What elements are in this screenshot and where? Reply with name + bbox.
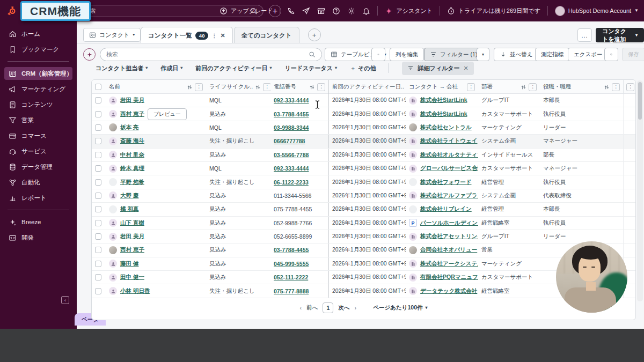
row-checkbox[interactable]	[95, 233, 101, 240]
view-settings-button[interactable]	[371, 48, 385, 61]
row-checkbox[interactable]	[95, 220, 101, 226]
filter-create-date[interactable]: 作成日▾	[160, 64, 182, 72]
contact-name-link[interactable]: 鈴木 真理	[120, 165, 144, 172]
advanced-filter-chip[interactable]: 詳細フィルター ✕	[402, 62, 473, 75]
phone-link[interactable]: 092-333-4444	[274, 97, 309, 104]
sidebar-item-marketing[interactable]: マーケティング	[4, 83, 72, 95]
phone-link[interactable]: 045-999-5555	[274, 261, 309, 267]
contact-name-link[interactable]: 山下 直樹	[120, 219, 144, 227]
sort-icon[interactable]	[187, 84, 193, 90]
sidebar-item-sales[interactable]: 営業	[4, 114, 72, 127]
sidebar-item-crm[interactable]: CRM（顧客管理）	[4, 67, 72, 80]
row-checkbox[interactable]	[95, 193, 101, 199]
column-header[interactable]: ライフサイクル..⋮	[206, 80, 270, 94]
tab-contact-list[interactable]: コンタクト一覧 40 ⋮ ✕	[141, 27, 233, 43]
filter-button[interactable]: フィルター (1)	[424, 48, 483, 61]
notifications-bell-icon[interactable]	[362, 7, 370, 15]
next-page-button[interactable]: 次へ	[338, 304, 349, 312]
contact-name-link[interactable]: 斎藤 海斗	[120, 137, 144, 145]
chip-close-icon[interactable]: ✕	[464, 65, 469, 72]
company-link[interactable]: 株式会社フォワード	[420, 179, 471, 186]
tab-options-icon[interactable]: ⋮	[211, 33, 217, 39]
sort-icon[interactable]	[604, 84, 610, 90]
upgrade-button[interactable]: アップグレード	[219, 7, 273, 15]
column-menu-icon[interactable]: ⋮	[263, 83, 270, 91]
contact-name-link[interactable]: 西村 恵子	[120, 110, 144, 118]
phone-link[interactable]: 03-7788-4455	[274, 111, 309, 117]
filter-lead-status[interactable]: リードステータス▾	[284, 64, 337, 72]
column-header[interactable]: 前回のアクティビティー日..⋮	[329, 80, 406, 94]
column-header[interactable]: 電話番号⋮	[270, 80, 329, 94]
column-menu-icon[interactable]: ⋮	[626, 83, 634, 91]
column-header[interactable]: コンタクト → 会社⋮	[406, 80, 478, 94]
sidebar-collapse-button[interactable]: ‹	[61, 296, 69, 304]
sidebar-item-automation[interactable]: 自動化	[4, 176, 72, 189]
column-menu-icon[interactable]: ⋮	[195, 83, 203, 91]
contact-name-link[interactable]: 橘 和真	[120, 205, 138, 213]
calling-icon[interactable]	[287, 7, 295, 15]
company-link[interactable]: 株式会社オルタナティブ	[420, 151, 478, 159]
company-link[interactable]: 株式会社アルファプラン	[420, 192, 478, 200]
sidebar-item-data[interactable]: データ管理	[4, 160, 72, 173]
marketplace-icon[interactable]	[317, 7, 325, 15]
more-actions-button[interactable]: ...	[577, 28, 592, 42]
sort-button[interactable]: 並べ替え	[494, 48, 539, 61]
row-checkbox[interactable]	[95, 124, 101, 131]
company-link[interactable]: 株式会社リブレイン	[420, 205, 472, 213]
tab-all-contacts[interactable]: 全てのコンタクト	[234, 27, 299, 43]
phone-link[interactable]: 06-1122-2233	[274, 179, 309, 186]
object-type-button[interactable]: コンタクト ▾	[83, 28, 141, 42]
account-menu[interactable]: HubSpot Demo Account ▼	[555, 6, 639, 16]
row-checkbox[interactable]	[95, 165, 101, 172]
contact-name-link[interactable]: 平野 悠希	[120, 179, 144, 186]
column-menu-icon[interactable]: ⋮	[612, 83, 620, 91]
contact-name-link[interactable]: 田中 健一	[120, 274, 144, 281]
sidebar-item-home[interactable]: ホーム	[4, 27, 72, 40]
company-link[interactable]: 株式会社StartLink	[420, 97, 467, 104]
phone-link[interactable]: 075-777-8888	[274, 288, 309, 294]
company-link[interactable]: 株式会社StartLink	[420, 110, 467, 118]
next-page-arrow-icon[interactable]: ›	[355, 305, 357, 311]
column-menu-icon[interactable]: ⋮	[317, 83, 325, 91]
company-link[interactable]: 株式会社アークシステム	[420, 260, 478, 268]
tab-close-icon[interactable]: ✕	[220, 32, 225, 39]
contact-name-link[interactable]: 坂本 亮	[120, 124, 138, 131]
contact-name-link[interactable]: 大野 慶	[120, 192, 138, 200]
sidebar-item-service[interactable]: サービス	[4, 145, 72, 158]
assistant-button[interactable]: アシスタント	[385, 7, 433, 15]
filter-dropdown-button[interactable]: ▾	[477, 48, 489, 61]
email-send-icon[interactable]	[302, 7, 310, 15]
column-menu-icon[interactable]: ⋮	[467, 83, 475, 91]
contact-name-link[interactable]: 岩田 美月	[120, 233, 144, 240]
phone-link[interactable]: 03-5566-7788	[274, 152, 309, 158]
sidebar-item-commerce[interactable]: コマース	[4, 129, 72, 142]
sidebar-item-breeze[interactable]: Breeze	[4, 216, 72, 228]
sidebar-item-reports[interactable]: レポート	[4, 191, 72, 204]
clone-view-button[interactable]	[604, 48, 618, 61]
settings-gear-icon[interactable]	[347, 7, 355, 15]
sort-icon[interactable]	[255, 84, 261, 90]
trial-status[interactable]: トライアルは残り269日間です	[447, 7, 540, 15]
company-link[interactable]: グローバルサービス合同...	[420, 165, 478, 172]
company-link[interactable]: パーソルホールディング...	[420, 219, 478, 227]
sidebar-item-bookmark[interactable]: ブックマーク	[4, 43, 72, 56]
row-checkbox[interactable]	[95, 206, 101, 212]
company-link[interactable]: 合同会社ネオバリュー	[420, 246, 477, 254]
phone-link[interactable]: 092-333-4444	[274, 165, 309, 172]
contact-name-link[interactable]: 西村 恵子	[120, 246, 144, 254]
phone-link[interactable]: 052-111-2222	[274, 274, 308, 280]
filter-contact-owner[interactable]: コンタクト担当者▾	[96, 64, 148, 72]
select-all-checkbox[interactable]	[95, 84, 101, 90]
sidebar-item-content[interactable]: コンテンツ	[4, 98, 72, 111]
column-menu-icon[interactable]: ⋮	[529, 83, 537, 91]
sort-icon[interactable]	[309, 84, 315, 90]
row-checkbox[interactable]	[95, 247, 101, 253]
table-scrollbar[interactable]	[637, 80, 643, 301]
hubspot-logo-icon[interactable]	[6, 6, 16, 16]
column-header[interactable]: 名前⋮	[106, 80, 206, 94]
prev-page-button[interactable]: 前へ	[306, 304, 318, 312]
sort-icon[interactable]	[521, 84, 526, 90]
column-header[interactable]: 役職・職種⋮	[540, 80, 623, 94]
scrollbar-thumb[interactable]	[638, 82, 642, 120]
row-checkbox[interactable]	[95, 274, 101, 280]
